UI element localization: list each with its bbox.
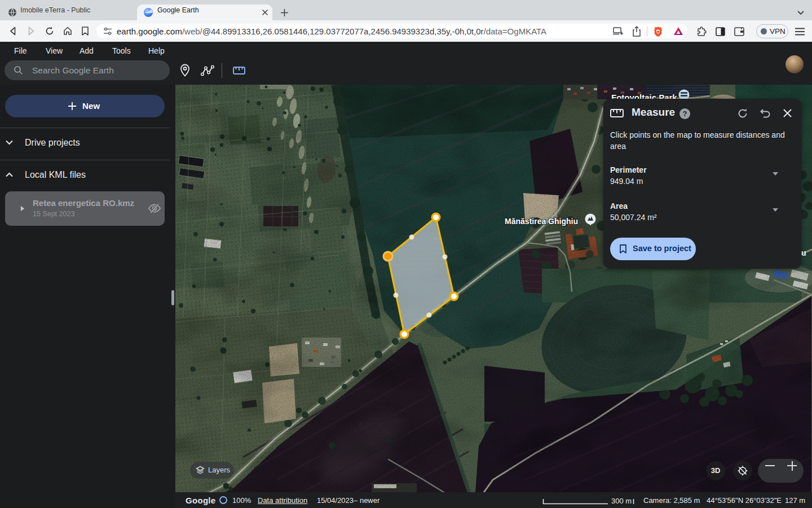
- svg-text:u: u: [801, 248, 806, 257]
- svg-text:Mănăstirea Ghighiu: Mănăstirea Ghighiu: [505, 217, 578, 226]
- svg-text:300 m: 300 m: [611, 497, 632, 505]
